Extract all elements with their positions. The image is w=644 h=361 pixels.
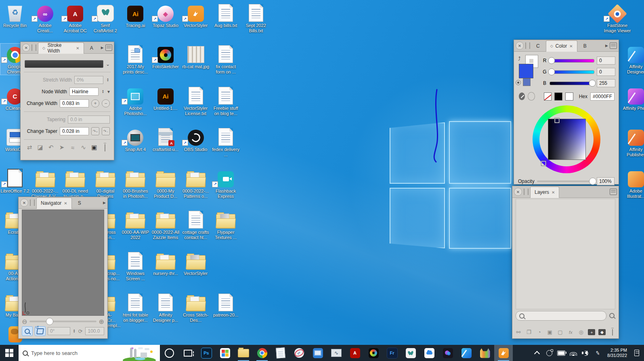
- desktop-icon-html-table-txt[interactable]: html fot table on blogger...: [121, 292, 150, 323]
- circle-picker-icon[interactable]: [528, 92, 535, 101]
- close-icon[interactable]: ✕: [22, 44, 30, 52]
- desktop-icon-adobe-illustrator-edge[interactable]: Adobe Illustrat...: [621, 168, 644, 199]
- action-center-button[interactable]: [631, 345, 642, 361]
- desktop-icon-adobe-acrobat-dc[interactable]: A↗Adobe Acrobat DC: [61, 2, 90, 34]
- new-group-icon[interactable]: ◆: [598, 329, 606, 335]
- red-slider[interactable]: [550, 59, 594, 63]
- green-slider-thumb[interactable]: [548, 69, 555, 76]
- desktop-icon-fotosketcher[interactable]: ↗FotoSketcher: [151, 44, 180, 69]
- tab-close-icon[interactable]: ✕: [552, 190, 555, 195]
- desktop-icon-affinity-designer-edge[interactable]: Affinity Designer: [621, 44, 644, 75]
- opacity-value-field[interactable]: 100%: [597, 177, 615, 185]
- taskbar-store[interactable]: [216, 345, 234, 361]
- filled-square-icon[interactable]: ▣: [90, 144, 98, 151]
- desktop-icon-folder-flypaper[interactable]: Flypaper Textures ...: [211, 209, 240, 240]
- zoom-slider[interactable]: [29, 321, 96, 322]
- panel-menu-icon[interactable]: [105, 44, 112, 51]
- desktop-icon-freebie-stuff-txt[interactable]: Freebie stuff on blog te...: [211, 85, 240, 116]
- swap-direction-icon[interactable]: ⇄: [25, 144, 34, 151]
- rotation-spinner[interactable]: ▲▼: [72, 329, 76, 333]
- dock-grip-icon[interactable]: [31, 44, 36, 51]
- desktop-icon-faststone-image-viewer[interactable]: ↗FastStone Image Viewer: [603, 2, 632, 34]
- panel-menu-icon[interactable]: [610, 189, 617, 195]
- zoom-slider-thumb[interactable]: [46, 318, 53, 325]
- volume-button[interactable]: [580, 345, 591, 361]
- blue-slider-thumb[interactable]: [589, 80, 596, 87]
- layers-zoom-icon[interactable]: [609, 313, 615, 318]
- desktop-icon-aug-bills-txt[interactable]: Aug bills.txt: [211, 2, 240, 28]
- close-icon[interactable]: ✕: [20, 199, 28, 207]
- desktop-icon-vectorstyler-license-txt[interactable]: VectorStyler License.txt: [181, 85, 210, 116]
- zoom-out-icon[interactable]: ⊖: [22, 318, 27, 325]
- frame-layer-icon[interactable]: ▣: [546, 329, 554, 335]
- pen-button[interactable]: ✎: [592, 345, 603, 361]
- stretch-width-field[interactable]: 0%: [74, 76, 103, 84]
- desktop-icon-fedex-delivery-txt[interactable]: fedex delivery ...: [211, 126, 240, 157]
- desktop-icon-tracing-ai[interactable]: AiTracing.ai: [121, 2, 150, 28]
- taskbar-performance-monitor[interactable]: ∿: [327, 345, 346, 361]
- desktop-icon-sept-2022-bills-txt[interactable]: Sept 2022 Bills.txt: [241, 2, 271, 34]
- desktop-icon-folder-digital-designs[interactable]: 00-digital Designs: [91, 168, 120, 199]
- wave-profile-icon[interactable]: ≈: [69, 144, 77, 151]
- desktop-icon-folder-nursery[interactable]: nursery-thr...: [151, 250, 180, 276]
- tab-navigator[interactable]: Navigator ✕: [36, 197, 72, 209]
- taskbar-search-input[interactable]: Type here to search ✦: [19, 345, 160, 361]
- delete-icon[interactable]: [101, 144, 109, 151]
- desktop-icon-folder-my-product[interactable]: 0000-My Product D...: [151, 168, 180, 199]
- tab-stroke-width[interactable]: ◇ Stroke Width ✕: [38, 42, 84, 54]
- battery-button[interactable]: [556, 345, 567, 361]
- taskbar-control-panel[interactable]: [308, 345, 327, 361]
- desktop-icon-folder-vectorstyler[interactable]: VectorStyler: [181, 250, 210, 276]
- tab-overflow-icon[interactable]: ▶: [101, 46, 104, 50]
- tab-b[interactable]: B: [579, 40, 591, 51]
- blue-value-field[interactable]: 255: [597, 79, 615, 87]
- desktop-icon-affinity-publisher-edge[interactable]: Affinity Publisher: [621, 126, 644, 157]
- desktop-icon-folder-cross-stitch[interactable]: Cross Stitch-Des...: [181, 292, 210, 323]
- taskbar-snipping-tool[interactable]: ✂: [290, 345, 308, 361]
- eyedropper-icon[interactable]: [519, 92, 525, 100]
- tray-app-button[interactable]: [543, 345, 555, 361]
- zoom-percent-field[interactable]: 100.0: [85, 327, 104, 335]
- panel-menu-icon[interactable]: [610, 42, 617, 49]
- desktop-icon-serif-craftartist-2[interactable]: ↗Serif CraftArtist 2: [91, 2, 120, 34]
- tab-layers[interactable]: Layers ✕: [530, 187, 559, 198]
- taskbar-notepad[interactable]: [271, 345, 290, 361]
- cortana-button[interactable]: [160, 345, 178, 361]
- tab-overflow-icon[interactable]: ▶: [605, 44, 608, 48]
- node-arrow-icon[interactable]: ➤: [58, 144, 66, 151]
- search-highlight-graphic[interactable]: ✦: [123, 345, 156, 361]
- undo-icon[interactable]: ↶: [47, 144, 55, 151]
- layers-list[interactable]: [516, 199, 615, 309]
- color-wheel[interactable]: [533, 105, 600, 173]
- tab-close-icon[interactable]: ✕: [64, 201, 67, 206]
- desktop-icon-fix-contact-form-txt[interactable]: fix contact form on ...: [211, 44, 240, 75]
- taskbar-vectorstyler[interactable]: [494, 345, 513, 361]
- tapering-field[interactable]: 0.0 in: [68, 115, 110, 124]
- contrast-shape-icon[interactable]: ◪: [36, 144, 44, 151]
- tab-close-icon[interactable]: ✕: [569, 44, 573, 48]
- saturation-marker[interactable]: [555, 118, 559, 123]
- delete-layer-icon[interactable]: [609, 329, 616, 335]
- desktop-icon-libreoffice-72[interactable]: ↗LibreOffice 7.2: [0, 168, 29, 194]
- blue-slider[interactable]: [550, 82, 594, 85]
- no-color-swatch[interactable]: [544, 92, 552, 101]
- add-taper-icon[interactable]: ↷₊: [91, 127, 99, 135]
- dock-grip-icon[interactable]: [525, 42, 530, 49]
- secondary-swatch[interactable]: [523, 78, 531, 86]
- taskbar-adobe-fresco[interactable]: Fr: [383, 345, 401, 361]
- red-slider-thumb[interactable]: [548, 57, 555, 64]
- node-width-dropdown-icon[interactable]: ▾: [107, 89, 110, 94]
- desktop-icon-folder-zazzle[interactable]: 0000-2022-All Zazzle Items: [151, 209, 180, 240]
- desktop-icon-folder-aa-wip[interactable]: 0000-AA-WIP 2022: [121, 209, 150, 240]
- reset-rotation-icon[interactable]: ⟳: [78, 328, 83, 334]
- zoom-tool-button[interactable]: [22, 326, 33, 336]
- taskbar-adobe-reader[interactable]: A: [346, 345, 364, 361]
- green-slider[interactable]: [550, 70, 594, 74]
- tab-color[interactable]: ◇ Color ✕: [546, 40, 577, 52]
- desktop-icon-folder-dl-unzip[interactable]: 000-DL need to unzip-n...: [61, 168, 90, 199]
- new-layer-icon[interactable]: ＋: [588, 329, 595, 335]
- link-layer-icon[interactable]: ⚯: [515, 329, 522, 335]
- tab-s[interactable]: S: [73, 197, 86, 208]
- taskbar-chrome[interactable]: [253, 345, 271, 361]
- close-icon[interactable]: ✕: [514, 188, 522, 196]
